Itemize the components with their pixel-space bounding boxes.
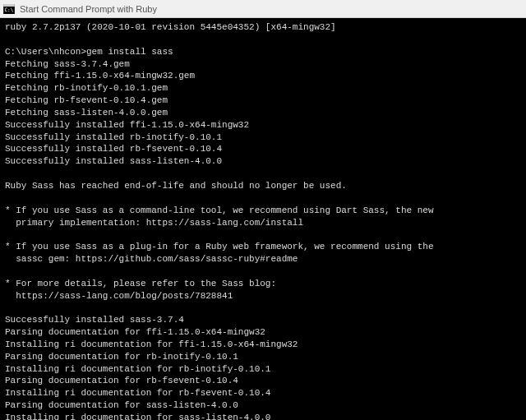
terminal-line: Successfully installed sass-listen-4.0.0 [5, 155, 521, 168]
terminal-line: Fetching ffi-1.15.0-x64-mingw32.gem [5, 70, 521, 82]
svg-rect-1 [3, 4, 15, 7]
terminal-line [5, 265, 521, 278]
window-title-text: Start Command Prompt with Ruby [20, 4, 157, 14]
terminal-line: C:\Users\nhcon>gem install sass [5, 46, 521, 58]
terminal-line [5, 34, 521, 46]
terminal-line: Installing ri documentation for ffi-1.15… [5, 339, 521, 351]
terminal-line [5, 302, 521, 314]
terminal-line: Installing ri documentation for rb-fseve… [5, 387, 521, 399]
terminal-output[interactable]: ruby 2.7.2p137 (2020-10-01 revision 5445… [0, 18, 526, 420]
terminal-line: Ruby Sass has reached end-of-life and sh… [5, 180, 521, 192]
terminal-line: Fetching sass-listen-4.0.0.gem [5, 107, 521, 119]
terminal-line: https://sass-lang.com/blog/posts/7828841 [5, 290, 521, 302]
terminal-line: Fetching rb-fsevent-0.10.4.gem [5, 95, 521, 107]
terminal-line: Successfully installed ffi-1.15.0-x64-mi… [5, 119, 521, 132]
terminal-line: ruby 2.7.2p137 (2020-10-01 revision 5445… [5, 21, 521, 34]
terminal-line: Installing ri documentation for rb-inoti… [5, 363, 521, 376]
terminal-line [5, 192, 521, 205]
terminal-line: Parsing documentation for ffi-1.15.0-x64… [5, 326, 521, 339]
terminal-line: Successfully installed rb-inotify-0.10.1 [5, 132, 521, 144]
terminal-line: Successfully installed sass-3.7.4 [5, 314, 521, 326]
terminal-line: Parsing documentation for rb-inotify-0.1… [5, 351, 521, 363]
terminal-line [5, 228, 521, 241]
cmd-icon: C:\ [3, 4, 15, 14]
terminal-line: * If you use Sass as a plug-in for a Rub… [5, 241, 521, 253]
terminal-line: Fetching sass-3.7.4.gem [5, 58, 521, 71]
svg-text:C:\: C:\ [4, 7, 13, 12]
terminal-line: Successfully installed rb-fsevent-0.10.4 [5, 143, 521, 155]
terminal-line: sassc gem: https://github.com/sass/sassc… [5, 253, 521, 265]
terminal-line: primary implementation: https://sass-lan… [5, 217, 521, 229]
terminal-line: * For more details, please refer to the … [5, 278, 521, 290]
terminal-line: Parsing documentation for sass-listen-4.… [5, 399, 521, 412]
terminal-line: Parsing documentation for rb-fsevent-0.1… [5, 375, 521, 387]
terminal-line: * If you use Sass as a command-line tool… [5, 205, 521, 217]
window-title-bar[interactable]: C:\ Start Command Prompt with Ruby [0, 0, 526, 18]
terminal-line: Fetching rb-inotify-0.10.1.gem [5, 82, 521, 95]
terminal-line [5, 168, 521, 180]
terminal-line: Installing ri documentation for sass-lis… [5, 412, 521, 420]
